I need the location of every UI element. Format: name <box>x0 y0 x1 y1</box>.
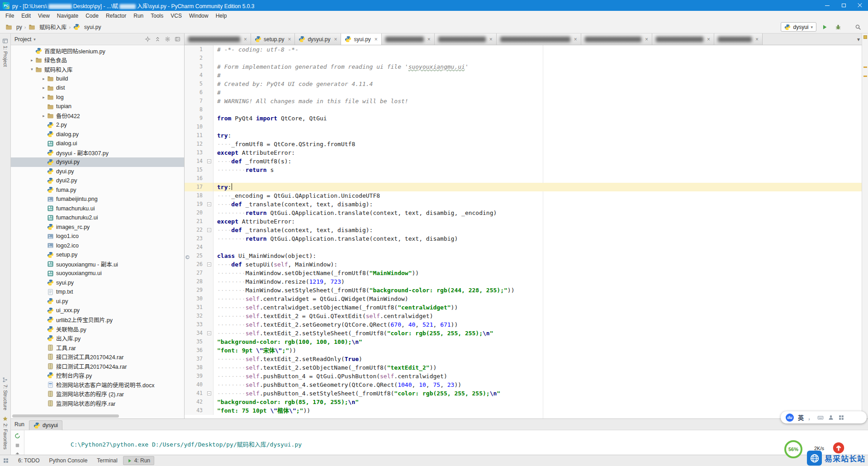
debug-bug-icon[interactable] <box>833 22 844 32</box>
tab-close-icon[interactable]: × <box>707 36 710 43</box>
tree-item[interactable]: ▸绿色食品 <box>11 56 184 65</box>
code-line[interactable]: 8 <box>185 105 862 114</box>
tree-item[interactable]: suoyouxiangmu - 副本.ui <box>11 260 184 269</box>
editor-scrollbar[interactable] <box>862 33 868 418</box>
code-line[interactable]: 6# <box>185 88 862 97</box>
menu-item-vcs[interactable]: VCS <box>167 11 185 20</box>
code-line[interactable]: 15········return s <box>185 166 862 174</box>
code-line[interactable]: 21except AttributeError: <box>185 217 862 226</box>
chevron-down-icon[interactable]: ▾ <box>33 37 36 42</box>
run-console[interactable]: C:\Python27\python.exe D:/Users/ydf/Desk… <box>24 430 868 455</box>
tab-close-icon[interactable]: × <box>375 36 378 43</box>
code-line[interactable]: 41−········self.pushButton_4.setStyleShe… <box>185 389 862 398</box>
code-line[interactable]: 24 <box>185 243 862 252</box>
code-line[interactable]: 16 <box>185 174 862 183</box>
tree-arrow-icon[interactable]: ▸ <box>41 114 47 118</box>
code-line[interactable]: 38········self.textEdit_2.setObjectName(… <box>185 363 862 372</box>
menu-item-view[interactable]: View <box>34 11 53 20</box>
code-line[interactable]: 4# <box>185 71 862 80</box>
code-line[interactable]: 35"background-color: rgb(100, 100, 100);… <box>185 338 862 346</box>
baidu-ime-logo-icon[interactable]: du <box>786 414 794 422</box>
gear-icon[interactable] <box>165 36 171 42</box>
code-line[interactable]: 27········MainWindow.setObjectName(_from… <box>185 269 862 277</box>
menu-item-edit[interactable]: Edit <box>18 11 34 20</box>
code-line[interactable]: 14−····def _fromUtf8(s): <box>185 157 862 166</box>
fold-marker-icon[interactable]: − <box>207 262 211 266</box>
code-line[interactable]: 22−····def _translate(context, text, dis… <box>185 226 862 234</box>
code-line[interactable]: 17try: <box>185 183 862 191</box>
code-line[interactable]: 3# Form implementation generated from re… <box>185 62 862 71</box>
tree-item[interactable]: dysyui.py <box>11 157 184 167</box>
code-line[interactable]: 5# Created by: PyQt4 UI code generator 4… <box>185 80 862 88</box>
tree-item[interactable]: 检测网站状态客户端的使用说明书.docx <box>11 380 184 390</box>
code-line[interactable]: 42"background-color: rgb(85, 170, 255);\… <box>185 398 862 406</box>
fold-marker-icon[interactable]: − <box>207 331 211 335</box>
fold-marker-icon[interactable]: − <box>207 391 211 395</box>
code-line[interactable]: 18····_encoding = QtGui.QApplication.Uni… <box>185 191 862 200</box>
tree-item[interactable]: 百度贴吧回帖slenium.py <box>11 46 184 56</box>
code-line[interactable]: 31········self.centralwidget.setObjectNa… <box>185 303 862 312</box>
editor[interactable]: 1# -*- coding: utf-8 -*-23# Form impleme… <box>185 45 862 418</box>
tree-item[interactable]: urllib2上传宝贝图片.py <box>11 315 184 325</box>
breadcrumb-item[interactable]: py <box>4 23 24 32</box>
editor-tab[interactable]: setup.py× <box>251 33 295 45</box>
hide-icon[interactable] <box>175 36 180 42</box>
tab-close-icon[interactable]: × <box>755 36 759 43</box>
menu-item-run[interactable]: Run <box>130 11 147 20</box>
menu-item-code[interactable]: Code <box>82 11 102 20</box>
inspection-indicator-icon[interactable] <box>863 35 867 39</box>
menu-item-file[interactable]: File <box>2 11 18 20</box>
error-stripe-mark[interactable] <box>863 67 867 68</box>
code-line[interactable]: 39········self.pushButton_4 = QtGui.QPus… <box>185 372 862 380</box>
code-line[interactable]: 19−····def _translate(context, text, dis… <box>185 200 862 209</box>
code-line[interactable]: 10 <box>185 123 862 131</box>
grid-icon[interactable] <box>838 414 844 421</box>
tree-item[interactable]: fumabeijintu.png <box>11 195 184 204</box>
code-line[interactable]: 9from PyQt4 import QtCore, QtGui <box>185 114 862 123</box>
tree-item[interactable]: dialog.py <box>11 130 184 139</box>
tab-list-chevron-icon[interactable]: ▾ <box>855 33 862 45</box>
fold-marker-icon[interactable]: − <box>207 159 211 163</box>
search-icon[interactable] <box>853 22 863 32</box>
ime-toolbar[interactable]: du 英 ， <box>781 411 867 423</box>
tree-item[interactable]: dyui.py <box>11 167 184 176</box>
code-line[interactable]: 23········return QtGui.QApplication.tran… <box>185 234 862 243</box>
collapse-icon[interactable] <box>155 36 161 42</box>
code-line[interactable]: 1# -*- coding: utf-8 -*- <box>185 45 862 54</box>
tree-item[interactable]: ui.py <box>11 297 184 306</box>
editor-tab[interactable]: × <box>382 33 435 45</box>
tree-item[interactable]: ▸log <box>11 93 184 102</box>
statusbar-item-terminal[interactable]: Terminal <box>93 456 121 465</box>
tree-item[interactable]: 控制台内容.py <box>11 371 184 380</box>
breadcrumb-item[interactable]: syui.py <box>71 23 102 32</box>
maximize-button[interactable] <box>835 0 852 11</box>
editor-tab[interactable]: × <box>497 33 581 45</box>
tree-item[interactable]: 工具.rar <box>11 343 184 352</box>
tab-close-icon[interactable]: × <box>288 36 291 43</box>
menu-item-navigate[interactable]: Navigate <box>53 11 82 20</box>
tree-item[interactable]: 关联物品.py <box>11 324 184 334</box>
code-line[interactable]: 20········return QtGui.QApplication.tran… <box>185 209 862 217</box>
tree-arrow-icon[interactable]: ▾ <box>29 67 35 71</box>
rerun-icon[interactable] <box>14 433 21 439</box>
project-panel-title[interactable]: Project <box>14 36 31 43</box>
tree-item[interactable]: dialog.ui <box>11 139 184 148</box>
tab-close-icon[interactable]: × <box>244 36 247 43</box>
ime-language-indicator[interactable]: 英 <box>798 413 804 422</box>
tree-item[interactable]: fuma.py <box>11 185 184 195</box>
tree-item[interactable]: fumachuruku.ui <box>11 204 184 214</box>
tree-item[interactable]: tmp.txt <box>11 287 184 297</box>
user-icon[interactable] <box>828 414 834 421</box>
statusbar-item-6-todo[interactable]: 6: TODO <box>14 456 44 465</box>
tree-item[interactable]: 接口测试工具20170424.rar <box>11 352 184 362</box>
error-stripe-mark[interactable] <box>863 76 867 77</box>
tab-close-icon[interactable]: × <box>574 36 577 43</box>
code-line[interactable]: 43"font: 75 10pt \"楷体\";")) <box>185 406 862 415</box>
code-line[interactable]: 29········MainWindow.setStyleSheet(_from… <box>185 286 862 295</box>
tree-item[interactable]: ▸build <box>11 74 184 84</box>
tree-item[interactable]: fumachuruku2.ui <box>11 213 184 223</box>
tab-close-icon[interactable]: × <box>645 36 648 43</box>
tree-arrow-icon[interactable]: ▸ <box>41 76 47 81</box>
editor-tab[interactable]: × <box>652 33 714 45</box>
locate-icon[interactable] <box>145 36 151 42</box>
